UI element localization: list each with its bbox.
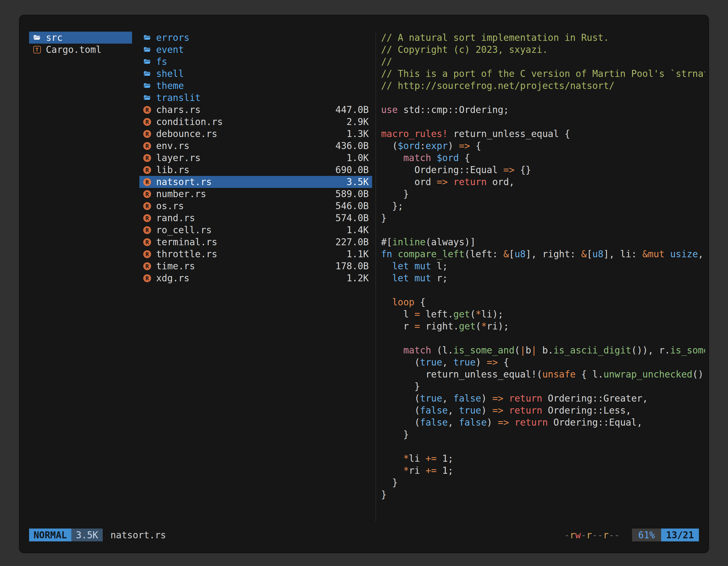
code-line bbox=[381, 332, 705, 344]
code-line: let mut r; bbox=[381, 272, 705, 284]
status-right: -rw-r--r-- 61% 13/21 bbox=[564, 529, 699, 541]
rust-icon: R bbox=[143, 250, 152, 259]
file-manager-panes: srcTCargo.toml errorseventfsshellthemetr… bbox=[29, 32, 705, 521]
file-row[interactable]: Rxdg.rs1.2K bbox=[139, 272, 372, 284]
parent-directory-column: srcTCargo.toml bbox=[29, 32, 132, 521]
rust-icon: R bbox=[143, 202, 152, 211]
file-name: condition.rs bbox=[156, 116, 223, 127]
file-name: debounce.rs bbox=[156, 128, 217, 139]
code-line: } bbox=[381, 476, 705, 488]
code-line: r = right.get(*ri); bbox=[381, 320, 705, 332]
file-row[interactable]: fs bbox=[139, 56, 372, 68]
permissions: -rw-r--r-- bbox=[564, 530, 620, 541]
code-line: (true, false) => return Ordering::Greate… bbox=[381, 392, 705, 404]
file-size: 1.2K bbox=[347, 273, 369, 283]
code-line bbox=[381, 92, 705, 104]
code-line: (true, true) => { bbox=[381, 356, 705, 368]
code-line: // This is a port of the C version of Ma… bbox=[381, 68, 705, 80]
folder-open-icon bbox=[143, 81, 152, 90]
file-size: 1.1K bbox=[347, 249, 369, 260]
file-row[interactable]: Rdebounce.rs1.3K bbox=[139, 128, 372, 140]
code-line: return_unless_equal!(unsafe { l.unwrap_u… bbox=[381, 368, 705, 380]
code-line: loop { bbox=[381, 296, 705, 308]
code-line: } bbox=[381, 488, 705, 501]
file-row[interactable]: Rnumber.rs589.0B bbox=[139, 188, 372, 200]
code-line: } bbox=[381, 380, 705, 392]
file-row[interactable]: Rlib.rs690.0B bbox=[139, 164, 372, 176]
file-row[interactable]: Ros.rs546.0B bbox=[139, 200, 372, 212]
file-row[interactable]: Rtime.rs178.0B bbox=[139, 260, 372, 272]
file-row[interactable]: Rchars.rs447.0B bbox=[139, 104, 372, 116]
file-row[interactable]: event bbox=[139, 44, 372, 56]
file-row[interactable]: Rrand.rs574.0B bbox=[139, 212, 372, 224]
file-name: Cargo.toml bbox=[46, 44, 102, 55]
file-size: 574.0B bbox=[335, 213, 369, 224]
file-name: theme bbox=[156, 80, 184, 91]
rust-icon: R bbox=[143, 262, 152, 271]
code-line: }; bbox=[381, 200, 705, 212]
file-row[interactable]: TCargo.toml bbox=[29, 44, 132, 56]
file-row[interactable]: Rterminal.rs227.0B bbox=[139, 236, 372, 248]
file-row[interactable]: Renv.rs436.0B bbox=[139, 140, 372, 152]
rust-icon: R bbox=[143, 226, 152, 235]
folder-open-icon bbox=[32, 33, 41, 42]
file-row[interactable]: Rnatsort.rs3.5K bbox=[139, 176, 372, 188]
file-name: lib.rs bbox=[156, 165, 189, 175]
folder-open-icon bbox=[143, 93, 152, 102]
terminal-window: srcTCargo.toml errorseventfsshellthemetr… bbox=[20, 15, 708, 553]
code-line: } bbox=[381, 212, 705, 224]
code-line: macro_rules! return_unless_equal { bbox=[381, 128, 705, 140]
code-line bbox=[381, 116, 705, 128]
preview-pane: // A natural sort implementation in Rust… bbox=[381, 32, 705, 521]
code-line: l = left.get(*li); bbox=[381, 308, 705, 320]
status-left: NORMAL 3.5K natsort.rs bbox=[29, 529, 166, 541]
file-size: 447.0B bbox=[335, 104, 369, 115]
status-bar: NORMAL 3.5K natsort.rs -rw-r--r-- 61% 13… bbox=[29, 529, 699, 541]
file-row[interactable]: src bbox=[29, 32, 132, 44]
toml-icon: T bbox=[32, 45, 41, 54]
file-row[interactable]: theme bbox=[139, 80, 372, 92]
code-line: // Copyright (c) 2023, sxyazi. bbox=[381, 44, 705, 56]
file-name: os.rs bbox=[156, 201, 184, 212]
file-row[interactable]: errors bbox=[139, 32, 372, 44]
file-name: src bbox=[46, 32, 63, 43]
folder-open-icon bbox=[143, 57, 152, 66]
file-name: throttle.rs bbox=[156, 249, 217, 260]
file-name: errors bbox=[156, 32, 189, 43]
rust-icon: R bbox=[143, 238, 152, 247]
rust-icon: R bbox=[143, 130, 152, 139]
file-size: 1.3K bbox=[347, 128, 369, 139]
code-line: *ri += 1; bbox=[381, 464, 705, 476]
code-line: let mut l; bbox=[381, 260, 705, 272]
folder-open-icon bbox=[143, 45, 152, 54]
file-size: 546.0B bbox=[335, 201, 369, 212]
file-name: xdg.rs bbox=[156, 273, 189, 283]
file-size: 178.0B bbox=[335, 261, 369, 272]
rust-icon: R bbox=[143, 105, 152, 114]
file-size: 227.0B bbox=[335, 237, 369, 248]
file-row[interactable]: Rro_cell.rs1.4K bbox=[139, 224, 372, 236]
code-line: fn compare_left(left: &[u8], right: &[u8… bbox=[381, 248, 705, 260]
code-line: // http://sourcefrog.net/projects/natsor… bbox=[381, 80, 705, 92]
rust-icon: R bbox=[143, 190, 152, 199]
code-line: // bbox=[381, 56, 705, 68]
code-line: } bbox=[381, 428, 705, 440]
file-name: env.rs bbox=[156, 140, 189, 151]
status-filename: natsort.rs bbox=[111, 530, 166, 541]
file-row[interactable]: Rthrottle.rs1.1K bbox=[139, 248, 372, 260]
rust-icon: R bbox=[143, 214, 152, 223]
code-line: *li += 1; bbox=[381, 452, 705, 464]
file-row[interactable]: shell bbox=[139, 68, 372, 80]
file-size: 1.4K bbox=[347, 225, 369, 236]
file-row[interactable]: translit bbox=[139, 92, 372, 104]
file-name: chars.rs bbox=[156, 104, 201, 115]
code-line: Ordering::Equal => {} bbox=[381, 164, 705, 176]
current-directory-column: errorseventfsshellthemetranslitRchars.rs… bbox=[139, 32, 372, 521]
pane-divider bbox=[375, 32, 376, 521]
mode-indicator: NORMAL bbox=[29, 529, 71, 541]
file-size: 436.0B bbox=[335, 140, 369, 151]
file-row[interactable]: Rcondition.rs2.9K bbox=[139, 116, 372, 128]
file-row[interactable]: Rlayer.rs1.0K bbox=[139, 152, 372, 164]
file-name: event bbox=[156, 44, 184, 55]
file-size: 3.5K bbox=[347, 177, 369, 187]
